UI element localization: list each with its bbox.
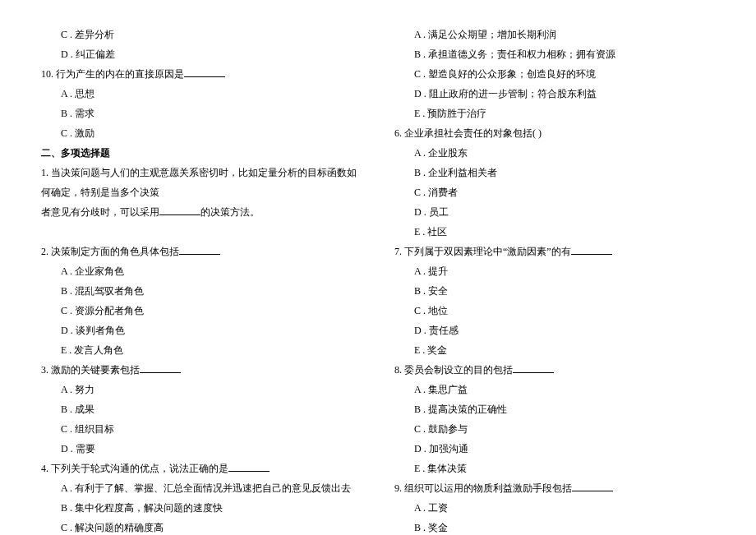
option: B . 安全 — [394, 281, 715, 301]
left-column: C . 差异分析 D . 纠正偏差 10. 行为产生的内在的直接原因是 A . … — [41, 25, 362, 535]
option: B . 企业利益相关者 — [394, 163, 715, 182]
option: C . 资源分配者角色 — [41, 301, 362, 321]
question-10-stem: 10. 行为产生的内在的直接原因是 — [41, 64, 362, 84]
blank — [572, 482, 613, 491]
option: B . 承担道德义务；责任和权力相称；拥有资源 — [394, 44, 715, 64]
blank — [140, 363, 181, 373]
option: A . 企业家角色 — [41, 261, 362, 281]
option: D . 纠正偏差 — [41, 44, 362, 64]
question-1-stem-line1: 1. 当决策问题与人们的主观意愿关系密切时，比如定量分析的目标函数如何确定，特别… — [41, 163, 362, 202]
option: A . 企业股东 — [394, 143, 715, 163]
option: E . 预防胜于治疗 — [394, 104, 715, 123]
question-8-stem: 8. 委员会制设立的目的包括 — [394, 360, 715, 380]
option: B . 需求 — [41, 104, 362, 123]
question-6-stem: 6. 企业承担社会责任的对象包括( ) — [394, 123, 715, 143]
option: B . 集中化程度高，解决问题的速度快 — [41, 498, 362, 518]
blank — [571, 245, 612, 255]
option: C . 地位 — [394, 301, 715, 321]
question-3-stem: 3. 激励的关键要素包括 — [41, 360, 362, 380]
option: A . 集思广益 — [394, 380, 715, 399]
option: C . 消费者 — [394, 182, 715, 202]
blank — [228, 462, 270, 472]
option: A . 努力 — [41, 380, 362, 399]
option: D . 阻止政府的进一步管制；符合股东利益 — [394, 84, 715, 104]
option: E . 发言人角色 — [41, 340, 362, 360]
option: B . 成果 — [41, 399, 362, 419]
option: C . 鼓励参与 — [394, 419, 715, 439]
right-column: A . 满足公众期望；增加长期利润 B . 承担道德义务；责任和权力相称；拥有资… — [394, 25, 715, 535]
option: C . 塑造良好的公众形象；创造良好的环境 — [394, 64, 715, 84]
option: A . 提升 — [394, 261, 715, 281]
question-9-stem: 9. 组织可以运用的物质利益激励手段包括 — [394, 478, 715, 498]
blank — [159, 205, 201, 215]
option: B . 奖金 — [394, 518, 715, 535]
blank — [179, 245, 220, 255]
option: D . 员工 — [394, 202, 715, 222]
blank — [184, 67, 225, 77]
option: A . 思想 — [41, 84, 362, 104]
page-columns: C . 差异分析 D . 纠正偏差 10. 行为产生的内在的直接原因是 A . … — [41, 25, 715, 535]
option: E . 集体决策 — [394, 459, 715, 478]
option: A . 满足公众期望；增加长期利润 — [394, 25, 715, 44]
blank — [513, 363, 554, 373]
option: C . 差异分析 — [41, 25, 362, 44]
option: B . 提高决策的正确性 — [394, 399, 715, 419]
option: D . 谈判者角色 — [41, 321, 362, 340]
spacer — [41, 222, 362, 242]
option: D . 责任感 — [394, 321, 715, 340]
section-2-header: 二、多项选择题 — [41, 143, 362, 163]
question-7-stem: 7. 下列属于双因素理论中“激励因素”的有 — [394, 242, 715, 261]
option: D . 加强沟通 — [394, 439, 715, 459]
option: A . 工资 — [394, 498, 715, 518]
question-2-stem: 2. 决策制定方面的角色具体包括 — [41, 242, 362, 261]
option: A . 有利于了解、掌握、汇总全面情况并迅速把自己的意见反馈出去 — [41, 478, 362, 498]
option: C . 组织目标 — [41, 419, 362, 439]
question-4-stem: 4. 下列关于轮式沟通的优点，说法正确的是 — [41, 459, 362, 478]
option: E . 奖金 — [394, 340, 715, 360]
question-1-stem-line2: 者意见有分歧时，可以采用的决策方法。 — [41, 202, 362, 222]
option: B . 混乱驾驭者角色 — [41, 281, 362, 301]
option: C . 解决问题的精确度高 — [41, 518, 362, 535]
option: E . 社区 — [394, 222, 715, 242]
option: C . 激励 — [41, 123, 362, 143]
option: D . 需要 — [41, 439, 362, 459]
